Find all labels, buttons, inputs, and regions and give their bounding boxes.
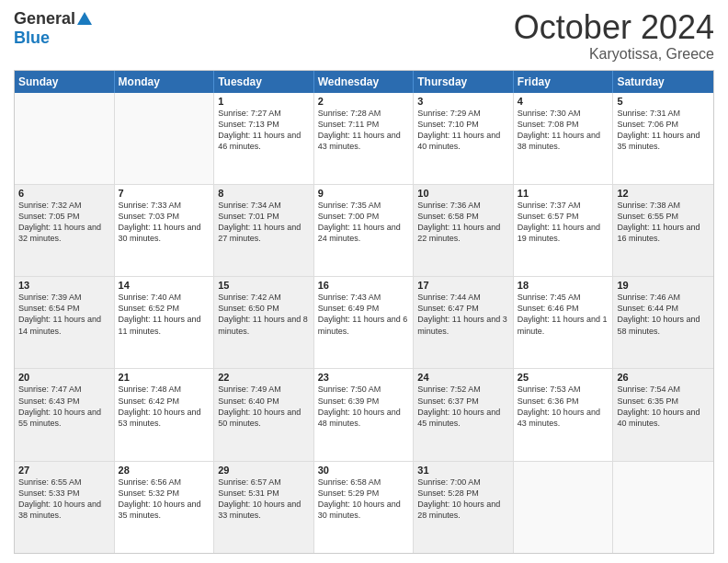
cell-info-text: Sunrise: 7:35 AM Sunset: 7:00 PM Dayligh… — [318, 200, 410, 245]
day-number: 23 — [318, 372, 410, 383]
weekday-header-wednesday: Wednesday — [314, 71, 415, 93]
cell-info-text: Sunrise: 7:33 AM Sunset: 7:03 PM Dayligh… — [119, 200, 210, 245]
calendar-cell-day-10: 10Sunrise: 7:36 AM Sunset: 6:58 PM Dayli… — [414, 185, 514, 276]
cell-info-text: Sunrise: 7:48 AM Sunset: 6:42 PM Dayligh… — [119, 384, 210, 429]
cell-info-text: Sunrise: 7:44 AM Sunset: 6:47 PM Dayligh… — [417, 292, 509, 337]
cell-info-text: Sunrise: 7:32 AM Sunset: 7:05 PM Dayligh… — [18, 200, 110, 245]
day-number: 26 — [617, 372, 710, 383]
calendar: SundayMondayTuesdayWednesdayThursdayFrid… — [14, 70, 714, 554]
weekday-header-sunday: Sunday — [15, 71, 115, 93]
calendar-row-0: 1Sunrise: 7:27 AM Sunset: 7:13 PM Daylig… — [15, 93, 713, 184]
weekday-header-saturday: Saturday — [613, 71, 713, 93]
day-number: 15 — [218, 280, 310, 291]
day-number: 3 — [417, 96, 509, 107]
cell-info-text: Sunrise: 7:31 AM Sunset: 7:06 PM Dayligh… — [617, 108, 710, 153]
calendar-cell-day-30: 30Sunrise: 6:58 AM Sunset: 5:29 PM Dayli… — [314, 462, 415, 553]
day-number: 6 — [18, 188, 110, 199]
calendar-cell-day-28: 28Sunrise: 6:56 AM Sunset: 5:32 PM Dayli… — [115, 462, 215, 553]
cell-info-text: Sunrise: 7:27 AM Sunset: 7:13 PM Dayligh… — [218, 108, 310, 153]
day-number: 31 — [417, 465, 509, 476]
logo-general-text: General — [14, 9, 75, 29]
day-number: 11 — [518, 188, 609, 199]
calendar-cell-day-11: 11Sunrise: 7:37 AM Sunset: 6:57 PM Dayli… — [514, 185, 614, 276]
cell-info-text: Sunrise: 7:36 AM Sunset: 6:58 PM Dayligh… — [417, 200, 509, 245]
calendar-cell-day-7: 7Sunrise: 7:33 AM Sunset: 7:03 PM Daylig… — [115, 185, 215, 276]
cell-info-text: Sunrise: 6:55 AM Sunset: 5:33 PM Dayligh… — [18, 477, 110, 522]
calendar-cell-day-19: 19Sunrise: 7:46 AM Sunset: 6:44 PM Dayli… — [613, 277, 713, 368]
calendar-cell-day-4: 4Sunrise: 7:30 AM Sunset: 7:08 PM Daylig… — [514, 93, 614, 184]
day-number: 10 — [417, 188, 509, 199]
cell-info-text: Sunrise: 7:54 AM Sunset: 6:35 PM Dayligh… — [617, 384, 710, 429]
calendar-cell-empty-0-1 — [115, 93, 215, 184]
day-number: 19 — [617, 280, 710, 291]
calendar-cell-day-2: 2Sunrise: 7:28 AM Sunset: 7:11 PM Daylig… — [314, 93, 415, 184]
day-number: 1 — [218, 96, 310, 107]
calendar-cell-day-29: 29Sunrise: 6:57 AM Sunset: 5:31 PM Dayli… — [214, 462, 314, 553]
cell-info-text: Sunrise: 7:30 AM Sunset: 7:08 PM Dayligh… — [518, 108, 609, 153]
day-number: 2 — [318, 96, 410, 107]
calendar-cell-empty-4-5 — [514, 462, 614, 553]
cell-info-text: Sunrise: 7:40 AM Sunset: 6:52 PM Dayligh… — [119, 292, 210, 337]
cell-info-text: Sunrise: 7:39 AM Sunset: 6:54 PM Dayligh… — [18, 292, 110, 337]
day-number: 28 — [119, 465, 210, 476]
calendar-cell-empty-0-0 — [15, 93, 115, 184]
cell-info-text: Sunrise: 7:49 AM Sunset: 6:40 PM Dayligh… — [218, 384, 310, 429]
day-number: 9 — [318, 188, 410, 199]
cell-info-text: Sunrise: 6:58 AM Sunset: 5:29 PM Dayligh… — [318, 477, 410, 522]
calendar-cell-day-13: 13Sunrise: 7:39 AM Sunset: 6:54 PM Dayli… — [15, 277, 115, 368]
logo-blue-text: Blue — [14, 29, 50, 48]
calendar-cell-day-24: 24Sunrise: 7:52 AM Sunset: 6:37 PM Dayli… — [414, 369, 514, 460]
day-number: 29 — [218, 465, 310, 476]
calendar-cell-day-21: 21Sunrise: 7:48 AM Sunset: 6:42 PM Dayli… — [115, 369, 215, 460]
calendar-cell-day-22: 22Sunrise: 7:49 AM Sunset: 6:40 PM Dayli… — [214, 369, 314, 460]
calendar-cell-day-16: 16Sunrise: 7:43 AM Sunset: 6:49 PM Dayli… — [314, 277, 415, 368]
calendar-cell-day-1: 1Sunrise: 7:27 AM Sunset: 7:13 PM Daylig… — [214, 93, 314, 184]
cell-info-text: Sunrise: 7:53 AM Sunset: 6:36 PM Dayligh… — [518, 384, 609, 429]
day-number: 18 — [518, 280, 609, 291]
day-number: 24 — [417, 372, 509, 383]
calendar-body: 1Sunrise: 7:27 AM Sunset: 7:13 PM Daylig… — [15, 93, 713, 553]
calendar-row-3: 20Sunrise: 7:47 AM Sunset: 6:43 PM Dayli… — [15, 368, 713, 460]
day-number: 4 — [518, 96, 609, 107]
calendar-cell-day-26: 26Sunrise: 7:54 AM Sunset: 6:35 PM Dayli… — [613, 369, 713, 460]
calendar-header: SundayMondayTuesdayWednesdayThursdayFrid… — [15, 71, 713, 93]
calendar-cell-day-6: 6Sunrise: 7:32 AM Sunset: 7:05 PM Daylig… — [15, 185, 115, 276]
location: Karyotissa, Greece — [514, 46, 714, 63]
day-number: 16 — [318, 280, 410, 291]
logo: General Blue — [14, 9, 92, 48]
calendar-cell-day-25: 25Sunrise: 7:53 AM Sunset: 6:36 PM Dayli… — [514, 369, 614, 460]
cell-info-text: Sunrise: 7:00 AM Sunset: 5:28 PM Dayligh… — [417, 477, 509, 522]
calendar-row-1: 6Sunrise: 7:32 AM Sunset: 7:05 PM Daylig… — [15, 184, 713, 276]
calendar-row-4: 27Sunrise: 6:55 AM Sunset: 5:33 PM Dayli… — [15, 461, 713, 553]
day-number: 12 — [617, 188, 710, 199]
calendar-cell-day-23: 23Sunrise: 7:50 AM Sunset: 6:39 PM Dayli… — [314, 369, 415, 460]
calendar-cell-day-17: 17Sunrise: 7:44 AM Sunset: 6:47 PM Dayli… — [414, 277, 514, 368]
calendar-cell-day-15: 15Sunrise: 7:42 AM Sunset: 6:50 PM Dayli… — [214, 277, 314, 368]
page: General Blue October 2024 Karyotissa, Gr… — [0, 0, 728, 563]
calendar-cell-day-14: 14Sunrise: 7:40 AM Sunset: 6:52 PM Dayli… — [115, 277, 215, 368]
day-number: 21 — [119, 372, 210, 383]
header: General Blue October 2024 Karyotissa, Gr… — [14, 9, 714, 63]
calendar-cell-day-27: 27Sunrise: 6:55 AM Sunset: 5:33 PM Dayli… — [15, 462, 115, 553]
calendar-row-2: 13Sunrise: 7:39 AM Sunset: 6:54 PM Dayli… — [15, 276, 713, 368]
day-number: 20 — [18, 372, 110, 383]
calendar-cell-day-9: 9Sunrise: 7:35 AM Sunset: 7:00 PM Daylig… — [314, 185, 415, 276]
cell-info-text: Sunrise: 7:34 AM Sunset: 7:01 PM Dayligh… — [218, 200, 310, 245]
weekday-header-monday: Monday — [115, 71, 215, 93]
cell-info-text: Sunrise: 7:47 AM Sunset: 6:43 PM Dayligh… — [18, 384, 110, 429]
day-number: 13 — [18, 280, 110, 291]
cell-info-text: Sunrise: 7:37 AM Sunset: 6:57 PM Dayligh… — [518, 200, 609, 245]
day-number: 8 — [218, 188, 310, 199]
calendar-cell-day-31: 31Sunrise: 7:00 AM Sunset: 5:28 PM Dayli… — [414, 462, 514, 553]
cell-info-text: Sunrise: 7:38 AM Sunset: 6:55 PM Dayligh… — [617, 200, 710, 245]
weekday-header-thursday: Thursday — [414, 71, 514, 93]
cell-info-text: Sunrise: 7:29 AM Sunset: 7:10 PM Dayligh… — [417, 108, 509, 153]
weekday-header-friday: Friday — [514, 71, 614, 93]
logo-triangle-icon — [77, 12, 92, 25]
calendar-cell-day-20: 20Sunrise: 7:47 AM Sunset: 6:43 PM Dayli… — [15, 369, 115, 460]
cell-info-text: Sunrise: 7:42 AM Sunset: 6:50 PM Dayligh… — [218, 292, 310, 337]
cell-info-text: Sunrise: 7:52 AM Sunset: 6:37 PM Dayligh… — [417, 384, 509, 429]
weekday-header-tuesday: Tuesday — [214, 71, 314, 93]
day-number: 27 — [18, 465, 110, 476]
day-number: 30 — [318, 465, 410, 476]
